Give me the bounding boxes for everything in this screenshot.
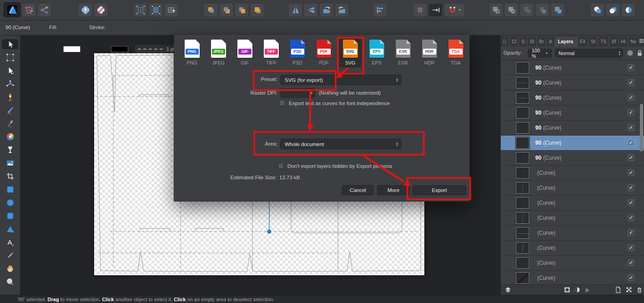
layer-row-1[interactable]: 90(Curve)✓ — [501, 76, 644, 91]
share-nodes-button[interactable] — [37, 3, 51, 17]
opacity-dropdown[interactable]: 100 % ▼ — [528, 49, 552, 58]
color-picker-tool[interactable] — [2, 250, 18, 260]
format-eps[interactable]: EPSEPS — [365, 37, 388, 67]
artboard-tool[interactable] — [2, 52, 18, 62]
align-button[interactable] — [373, 3, 387, 17]
vector-brush-tool[interactable] — [2, 118, 18, 128]
transparency-tool[interactable] — [2, 145, 18, 155]
stroke-swatch[interactable] — [111, 45, 129, 53]
bool-intersect-button[interactable] — [520, 3, 534, 17]
format-hdr[interactable]: HDRHDR — [418, 37, 441, 67]
triangle-tool[interactable] — [2, 224, 18, 234]
text-as-curves-checkbox[interactable] — [279, 100, 285, 106]
rotate-cw-button[interactable] — [335, 3, 349, 17]
mask-icon[interactable] — [564, 286, 571, 294]
fx-icon[interactable]: fx — [584, 286, 591, 294]
layer-visibility-checkbox[interactable]: ✓ — [628, 124, 634, 131]
pixel-move-button[interactable] — [428, 3, 443, 17]
affinity-logo-button[interactable] — [4, 2, 20, 17]
tab-st[interactable]: St — [588, 37, 598, 46]
layer-row-8[interactable]: (Curve)✓ — [501, 181, 644, 196]
tab-hi[interactable]: Hi — [618, 37, 628, 46]
layer-row-14[interactable]: (Curve)✓ — [501, 271, 644, 285]
pencil-tool[interactable] — [2, 105, 18, 115]
move-tool[interactable] — [2, 39, 18, 49]
tab-fx[interactable]: FX — [577, 37, 588, 46]
stroke-style-widget[interactable]: 1 pt — [135, 45, 178, 53]
layer-row-5[interactable]: 90(Curve)✓ — [501, 136, 644, 151]
tab-nv[interactable]: Nv — [628, 37, 639, 46]
insert-on-top-button[interactable] — [621, 3, 635, 17]
layer-visibility-checkbox[interactable]: ✓ — [628, 139, 634, 146]
point-transform-tool[interactable] — [2, 79, 18, 89]
layer-row-12[interactable]: (Curve)✓ — [501, 241, 644, 256]
hidden-layers-checkbox[interactable] — [278, 163, 284, 169]
layer-row-10[interactable]: (Curve)✓ — [501, 211, 644, 226]
color-grid-button[interactable] — [22, 3, 36, 17]
grid-lines-button[interactable] — [149, 3, 163, 17]
arrange-to-back-button[interactable] — [204, 3, 218, 17]
rectangle-tool[interactable] — [2, 184, 18, 194]
new-layer-icon[interactable] — [614, 286, 622, 294]
layer-visibility-checkbox[interactable]: ✓ — [628, 274, 634, 281]
preset-dropdown[interactable]: SVG (for export) ▲▼ — [280, 75, 402, 85]
layer-row-13[interactable]: (Curve)✓ — [501, 256, 644, 271]
format-psd[interactable]: PSDPSD — [286, 37, 309, 67]
zoom-tool[interactable] — [2, 277, 18, 287]
layer-visibility-checkbox[interactable]: ✓ — [628, 109, 634, 116]
layer-stack-icon[interactable] — [504, 286, 512, 294]
layers-scrollbar-thumb[interactable] — [640, 104, 643, 152]
format-jpeg[interactable]: JPEGJPEG — [207, 37, 230, 67]
bool-divide-button[interactable] — [535, 3, 549, 17]
insert-inside-button[interactable] — [606, 3, 620, 17]
layer-row-7[interactable]: (Curve)✓ — [501, 166, 644, 181]
grid-transform-button[interactable] — [164, 3, 178, 17]
fill-tool[interactable] — [2, 131, 18, 141]
tab-a[interactable]: A — [546, 37, 554, 46]
tab-s[interactable]: S — [518, 37, 527, 46]
format-png[interactable]: PNGPNG — [181, 37, 203, 67]
trash-icon[interactable] — [636, 286, 644, 294]
layer-row-0[interactable]: 90(Curve)✓ — [501, 61, 644, 76]
export-button[interactable]: Export — [413, 185, 466, 195]
tab-layers[interactable]: Layers — [554, 37, 577, 46]
more-button[interactable]: More — [377, 185, 410, 195]
lock-icon[interactable] — [636, 49, 644, 57]
layer-visibility-checkbox[interactable]: ✓ — [628, 229, 634, 236]
layer-row-3[interactable]: 90(Curve)✓ — [501, 106, 644, 121]
layer-visibility-checkbox[interactable]: ✓ — [628, 169, 634, 176]
arrange-back-one-button[interactable] — [219, 3, 233, 17]
hand-tool[interactable] — [2, 263, 18, 273]
format-svg[interactable]: SVGSVG — [339, 37, 362, 67]
selected-node-indicator[interactable] — [267, 202, 271, 233]
checkerboard-icon[interactable] — [625, 286, 633, 294]
layer-row-11[interactable]: (Curve)✓ — [501, 226, 644, 241]
bool-subtract-button[interactable] — [504, 3, 518, 17]
blend-mode-dropdown[interactable]: Normal ▲▼ — [555, 49, 623, 58]
gear-icon[interactable] — [626, 49, 634, 57]
area-dropdown[interactable]: Whole document ▲▼ — [280, 139, 402, 149]
layer-visibility-checkbox[interactable]: ✓ — [628, 154, 634, 161]
layer-row-4[interactable]: 90(Curve)✓ — [501, 121, 644, 136]
flip-vertical-button[interactable] — [304, 3, 318, 17]
format-tga[interactable]: TGATGA — [444, 37, 467, 67]
rotate-ccw-button[interactable] — [319, 3, 333, 17]
arrange-to-front-button[interactable] — [250, 3, 264, 17]
layer-visibility-checkbox[interactable]: ✓ — [628, 214, 634, 221]
place-image-tool[interactable] — [2, 158, 18, 168]
crop-tool[interactable] — [2, 171, 18, 181]
layer-visibility-checkbox[interactable]: ✓ — [628, 94, 634, 101]
format-pdf[interactable]: PDFPDF — [312, 37, 335, 67]
format-gif[interactable]: GIFGIF — [233, 37, 256, 67]
bool-add-button[interactable] — [489, 3, 503, 17]
grid-dots-button[interactable] — [133, 3, 147, 17]
pen-tool[interactable] — [2, 92, 18, 102]
text-tool[interactable]: A — [2, 237, 18, 247]
flower-slash-button[interactable] — [94, 3, 108, 17]
tab-ts[interactable]: TS — [598, 37, 609, 46]
layer-row-2[interactable]: 90(Curve)✓ — [501, 91, 644, 106]
layer-visibility-checkbox[interactable]: ✓ — [628, 244, 634, 251]
node-tool[interactable] — [2, 66, 18, 76]
tab-st[interactable]: St — [527, 37, 536, 46]
flip-horizontal-button[interactable] — [288, 3, 302, 17]
